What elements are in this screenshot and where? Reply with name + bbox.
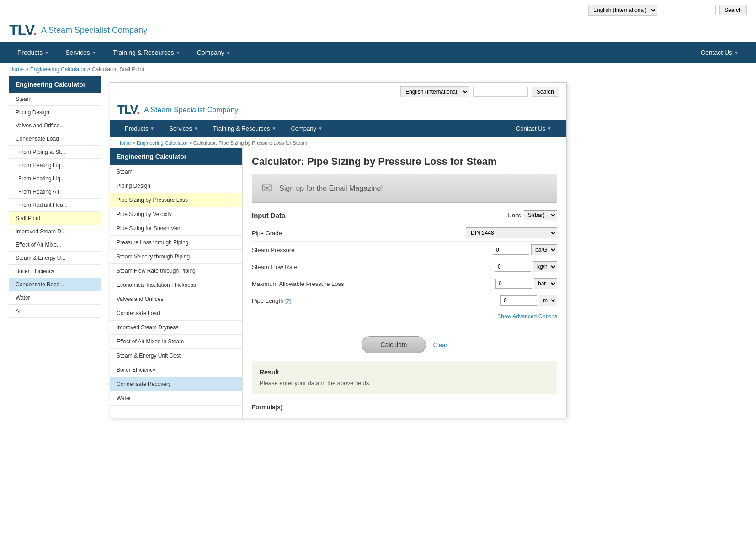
outer-sidebar-steam-energy[interactable]: Steam & Energy U... [9, 252, 101, 265]
outer-sidebar-from-heating-liq2[interactable]: From Heating Liq... [9, 172, 101, 185]
inner-nav-products[interactable]: Products ▼ [117, 120, 162, 137]
advanced-options-row: Show Advanced Options [252, 309, 557, 323]
inner-search-button[interactable]: Search [532, 87, 559, 97]
inner-sidebar-title: Engineering Calculator [110, 148, 242, 165]
email-banner-text: Sign up for the Email Magazine! [279, 184, 383, 193]
inner-logo-brand: TLV. [117, 103, 139, 117]
outer-breadcrumb-home[interactable]: Home [9, 66, 24, 73]
inner-nav-company[interactable]: Company ▼ [283, 120, 330, 137]
inner-lang-select[interactable]: English (International) Japanese German [400, 86, 469, 97]
inner-nav-services[interactable]: Services ▼ [162, 120, 206, 137]
inner-sidebar-effect-air[interactable]: Effect of Air Mixed in Steam [110, 335, 242, 349]
inner-breadcrumb-home[interactable]: Home [117, 140, 131, 146]
outer-nav-services[interactable]: Services ▼ [57, 42, 105, 63]
inner-sidebar-steam[interactable]: Steam [110, 165, 242, 179]
steam-pressure-unit-select[interactable]: barG barA kPa [531, 244, 557, 255]
outer-sidebar-steam[interactable]: Steam [9, 93, 101, 106]
outer-sidebar-air[interactable]: Air [9, 305, 101, 318]
max-pressure-loss-unit-select[interactable]: bar kPa psi [534, 278, 557, 289]
inner-contact-arrow-icon: ▼ [547, 126, 552, 131]
result-section: Result Please enter your data in the abo… [252, 361, 557, 394]
max-pressure-loss-row: Maximum Allowable Pressure Loss bar kPa … [252, 275, 557, 292]
outer-training-arrow-icon: ▼ [176, 50, 181, 55]
steam-pressure-input[interactable] [493, 245, 529, 255]
units-label: Units [507, 212, 521, 219]
inner-sidebar-pipe-sizing-vent[interactable]: Pipe Sizing for Steam Vent [110, 221, 242, 236]
inner-nav-training[interactable]: Training & Resources ▼ [206, 120, 283, 137]
outer-sidebar-condensate[interactable]: Condensate Load [9, 132, 101, 146]
pipe-length-unit-select[interactable]: m ft [539, 295, 557, 306]
steam-flow-rate-unit-select[interactable]: kg/h t/h lb/h [533, 261, 557, 272]
outer-lang-select[interactable]: English (International) Japanese German [588, 5, 657, 16]
pipe-length-input[interactable] [500, 295, 537, 306]
steam-pressure-controls: barG barA kPa [493, 244, 557, 255]
outer-sidebar-stall-point[interactable]: Stall Point [9, 212, 101, 225]
outer-search-button[interactable]: Search [719, 5, 747, 15]
outer-sidebar-boiler[interactable]: Boiler Efficiency [9, 265, 101, 278]
inner-sidebar-condensate-recovery[interactable]: Condensate Recovery [110, 377, 242, 391]
outer-sidebar-condensate-recovery[interactable]: Condensate Reco... [9, 278, 101, 291]
steam-flow-rate-input[interactable] [495, 262, 531, 272]
steam-flow-rate-label: Steam Flow Rate [252, 263, 495, 270]
inner-nav-contact[interactable]: Contact Us ▼ [509, 120, 559, 137]
inner-sidebar-boiler[interactable]: Boiler Efficiency [110, 363, 242, 377]
steam-flow-rate-row: Steam Flow Rate kg/h t/h lb/h [252, 258, 557, 275]
outer-breadcrumb-calc[interactable]: Engineering Calculator [30, 66, 85, 73]
outer-nav-company[interactable]: Company ▼ [189, 42, 239, 63]
units-select[interactable]: SI(bar) SI(kPa) Imperial [524, 210, 557, 220]
advanced-options-link[interactable]: Show Advanced Options [497, 313, 557, 320]
pipe-grade-label: Pipe Grade [252, 230, 466, 237]
inner-sidebar-pipe-sizing-pressure[interactable]: Pipe Sizing by Pressure Loss [110, 193, 242, 207]
outer-logo-brand: TLV. [9, 22, 37, 39]
inner-sidebar-piping-design[interactable]: Piping Design [110, 179, 242, 193]
outer-search-input[interactable] [661, 5, 716, 15]
inner-breadcrumb-current: Calculator: Pipe Sizing by Pressure Loss… [193, 140, 307, 146]
inner-breadcrumb-calc[interactable]: Engineering Calculator [137, 140, 187, 146]
pipe-length-help-icon[interactable]: [?] [285, 298, 291, 304]
inner-training-arrow-icon: ▼ [272, 126, 277, 131]
inner-sidebar-steam-flow-rate[interactable]: Steam Flow Rate through Piping [110, 264, 242, 278]
steam-pressure-row: Steam Pressure barG barA kPa [252, 242, 557, 258]
outer-contact-arrow-icon: ▼ [734, 50, 739, 55]
inner-sidebar-condensate-load[interactable]: Condensate Load [110, 306, 242, 321]
pipe-length-controls: m ft [500, 295, 557, 306]
outer-sidebar-from-piping[interactable]: From Piping at St... [9, 146, 101, 159]
outer-sidebar-water[interactable]: Water [9, 291, 101, 305]
inner-sidebar-valves[interactable]: Valves and Orifices [110, 292, 242, 306]
outer-sidebar-from-heating-liq1[interactable]: From Heating Liq... [9, 159, 101, 172]
outer-sidebar-piping[interactable]: Piping Design [9, 106, 101, 119]
inner-search-input[interactable] [473, 87, 528, 97]
calculate-button[interactable]: Calculate [362, 336, 426, 353]
outer-sidebar-valves[interactable]: Valves and Orifice... [9, 119, 101, 132]
email-banner[interactable]: ✉ Sign up for the Email Magazine! [252, 174, 557, 203]
inner-sidebar: Engineering Calculator Steam Piping Desi… [110, 148, 243, 418]
input-data-section: Input Data Units SI(bar) SI(kPa) Imperia… [252, 210, 557, 323]
inner-body: Engineering Calculator Steam Piping Desi… [110, 148, 566, 418]
inner-sidebar-water[interactable]: Water [110, 391, 242, 406]
outer-breadcrumb-current: Calculator: Stall Point [92, 66, 144, 73]
outer-nav-training[interactable]: Training & Resources ▼ [105, 42, 189, 63]
outer-sidebar: Engineering Calculator Steam Piping Desi… [9, 76, 101, 318]
inner-sidebar-steam-energy[interactable]: Steam & Energy Unit Cost [110, 349, 242, 363]
outer-sidebar-from-heating-air[interactable]: From Heating Air [9, 185, 101, 199]
outer-nav-products[interactable]: Products ▼ [9, 42, 57, 63]
inner-breadcrumb: Home > Engineering Calculator > Calculat… [110, 137, 566, 148]
outer-logo-tagline: A Steam Specialist Company [41, 26, 147, 35]
pipe-grade-select[interactable]: DIN 2448 ASTM A53 JIS G3454 [466, 227, 557, 238]
outer-sidebar-from-radiant[interactable]: From Radiant Hea... [9, 199, 101, 212]
outer-sidebar-improved-steam[interactable]: Improved Steam D... [9, 225, 101, 238]
inner-sidebar-insulation[interactable]: Economical Insulation Thickness [110, 278, 242, 292]
inner-sidebar-pressure-loss[interactable]: Pressure Loss through Piping [110, 236, 242, 250]
inner-sidebar-pipe-sizing-velocity[interactable]: Pipe Sizing by Velocity [110, 207, 242, 221]
max-pressure-loss-input[interactable] [495, 279, 532, 289]
inner-products-arrow-icon: ▼ [150, 126, 154, 131]
inner-sidebar-steam-velocity[interactable]: Steam Velocity through Piping [110, 250, 242, 264]
inner-sidebar-improved-steam[interactable]: Improved Steam Dryness [110, 321, 242, 335]
clear-link[interactable]: Clear [433, 342, 447, 348]
inner-main-content: Calculator: Pipe Sizing by Pressure Loss… [243, 148, 566, 418]
outer-sidebar-effect-air[interactable]: Effect of Air Mixe... [9, 238, 101, 252]
outer-nav-contact[interactable]: Contact Us ▼ [692, 42, 747, 63]
calc-button-row: Calculate Clear [252, 331, 557, 359]
steam-pressure-label: Steam Pressure [252, 247, 493, 253]
inner-page-title: Calculator: Pipe Sizing by Pressure Loss… [252, 156, 557, 168]
